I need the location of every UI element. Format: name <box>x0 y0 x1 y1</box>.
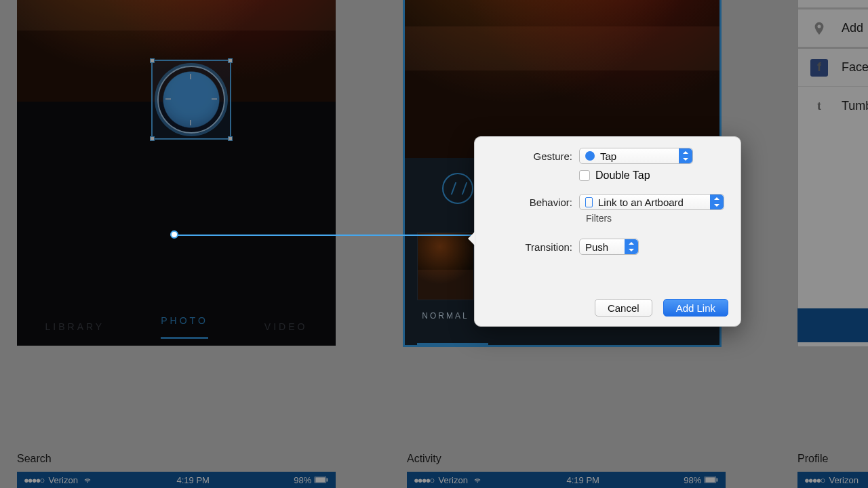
svg-rect-5 <box>717 478 718 481</box>
artboard-icon <box>585 197 593 207</box>
share-row-add-location[interactable]: Add <box>798 7 868 47</box>
tab-library[interactable]: LIBRARY <box>45 321 105 332</box>
artboard-capture: LIBRARY PHOTO VIDEO <box>17 0 336 346</box>
status-bar: ●●●●○ Verizon <box>797 472 868 488</box>
prototype-link-line[interactable] <box>174 233 482 237</box>
double-tap-checkbox[interactable] <box>579 170 590 181</box>
add-link-button[interactable]: Add Link <box>663 299 728 317</box>
svg-rect-4 <box>705 477 715 483</box>
capture-tabs: LIBRARY PHOTO VIDEO <box>17 308 336 346</box>
behavior-select[interactable]: Link to an Artboard <box>579 194 724 210</box>
tab-video[interactable]: VIDEO <box>264 321 308 332</box>
location-pin-icon <box>810 20 828 37</box>
gesture-label: Gesture: <box>475 150 579 162</box>
svg-rect-1 <box>315 477 325 483</box>
transition-label: Transition: <box>475 241 579 253</box>
tumblr-icon: t <box>810 98 828 115</box>
share-row-facebook[interactable]: f Facebook <box>798 47 868 86</box>
svg-rect-2 <box>327 478 328 481</box>
share-row-tumblr[interactable]: t Tumblr <box>798 86 868 125</box>
share-row-label: Facebook <box>842 60 868 75</box>
behavior-target-label: Filters <box>586 213 612 224</box>
artboard-label: Profile <box>797 453 828 465</box>
artboard-label: Activity <box>407 453 441 465</box>
prototype-link-popover: Gesture: Tap Double Tap Behavior: Link t… <box>474 136 741 327</box>
status-bar: ●●●●○ Verizon 4:19 PM 98% <box>17 472 336 488</box>
status-bar: ●●●●○ Verizon 4:19 PM 98% <box>407 472 726 488</box>
adjust-icon[interactable] <box>442 173 473 204</box>
artboard-label: Search <box>17 453 52 465</box>
share-row-label: Add <box>842 21 863 35</box>
filter-item[interactable]: NORMAL <box>417 232 474 321</box>
cancel-button[interactable]: Cancel <box>595 299 652 317</box>
artboard-share: Add f Facebook t Tumblr <box>797 0 868 347</box>
tab-photo[interactable]: PHOTO <box>161 315 208 339</box>
behavior-label: Behavior: <box>475 197 579 208</box>
filtered-preview <box>405 0 719 158</box>
selection-frame[interactable] <box>151 60 231 140</box>
primary-button-cropped[interactable] <box>797 308 868 342</box>
double-tap-label: Double Tap <box>595 169 650 182</box>
tap-dot-icon <box>585 151 595 161</box>
gesture-select[interactable]: Tap <box>579 148 693 164</box>
facebook-icon: f <box>810 59 828 77</box>
transition-select[interactable]: Push <box>579 239 639 255</box>
active-filter-underline <box>417 343 488 345</box>
share-row-label: Tumblr <box>842 99 868 113</box>
